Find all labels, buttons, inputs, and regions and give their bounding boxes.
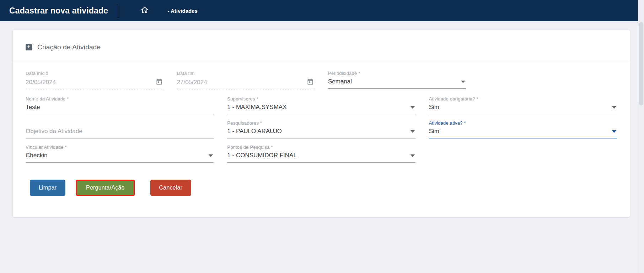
top-bar: Cadastrar nova atividade - Atividades bbox=[0, 0, 644, 21]
card-title: Criação de Atividade bbox=[37, 43, 101, 51]
field-atividade-ativa[interactable]: Atividade ativa? * Sim bbox=[429, 120, 617, 138]
field-pontos-pesquisa[interactable]: Pontos de Pesquisa * 1 - CONSUMIDOR FINA… bbox=[227, 144, 415, 163]
breadcrumb[interactable]: - Atividades bbox=[167, 8, 197, 14]
periodicidade-value: Semanal bbox=[328, 78, 352, 85]
calendar-icon[interactable] bbox=[156, 78, 163, 87]
vincular-label: Vincular Atividade * bbox=[26, 144, 214, 150]
data-fim-label: Data fim bbox=[177, 71, 315, 76]
chevron-down-icon bbox=[612, 106, 616, 109]
card-header: + Criação de Atividade bbox=[13, 30, 630, 62]
chevron-down-icon bbox=[612, 130, 616, 133]
spacer bbox=[429, 144, 617, 163]
ativa-value: Sim bbox=[429, 128, 439, 135]
data-inicio-label: Data início bbox=[26, 71, 163, 76]
nome-value: Teste bbox=[26, 104, 40, 111]
pontos-value: 1 - CONSUMIDOR FINAL bbox=[227, 152, 297, 159]
page-title: Cadastrar nova atividade bbox=[0, 6, 108, 16]
activity-form-card: + Criação de Atividade Data início 20/05… bbox=[13, 30, 630, 217]
field-vincular-atividade[interactable]: Vincular Atividade * Checkin bbox=[26, 144, 214, 163]
nome-label: Nome da Atividade * bbox=[26, 96, 214, 102]
form-actions: Limpar Pergunta/Ação Cancelar bbox=[13, 163, 630, 217]
field-data-inicio[interactable]: Data início 20/05/2024 bbox=[26, 71, 163, 90]
spacer bbox=[479, 71, 617, 90]
chevron-down-icon bbox=[209, 154, 213, 157]
chevron-down-icon bbox=[410, 154, 415, 157]
vincular-value: Checkin bbox=[26, 152, 47, 159]
limpar-button[interactable]: Limpar bbox=[30, 180, 65, 196]
field-supervisores[interactable]: Supervisores * 1 - MAXIMA.SYSMAX bbox=[227, 96, 415, 114]
field-pesquisadores[interactable]: Pesquisadores * 1 - PAULO ARAUJO bbox=[227, 120, 415, 138]
chevron-down-icon bbox=[410, 130, 415, 133]
activity-form: Data início 20/05/2024 Data fim 27/05/20… bbox=[13, 62, 630, 163]
supervisores-label: Supervisores * bbox=[227, 96, 415, 102]
periodicidade-label: Periodicidade * bbox=[328, 71, 466, 76]
vertical-scrollbar[interactable] bbox=[638, 0, 644, 273]
calendar-icon[interactable] bbox=[307, 78, 314, 87]
chevron-down-icon bbox=[461, 81, 465, 83]
objetivo-label bbox=[26, 120, 214, 126]
home-icon bbox=[140, 6, 149, 16]
field-nome-atividade[interactable]: Nome da Atividade * Teste bbox=[26, 96, 214, 114]
obrigatoria-value: Sim bbox=[429, 104, 439, 111]
data-fim-value: 27/05/2024 bbox=[177, 79, 207, 86]
pesquisadores-label: Pesquisadores * bbox=[227, 120, 415, 126]
field-periodicidade[interactable]: Periodicidade * Semanal bbox=[328, 71, 466, 90]
pergunta-acao-button[interactable]: Pergunta/Ação bbox=[76, 180, 134, 196]
field-atividade-obrigatoria[interactable]: Atividade obrigatória? * Sim bbox=[429, 96, 617, 114]
plus-square-icon: + bbox=[26, 44, 32, 50]
scrollbar-thumb[interactable] bbox=[639, 22, 643, 105]
field-data-fim[interactable]: Data fim 27/05/2024 bbox=[177, 71, 315, 90]
supervisores-value: 1 - MAXIMA.SYSMAX bbox=[227, 104, 286, 111]
cancelar-button[interactable]: Cancelar bbox=[150, 180, 192, 196]
obrigatoria-label: Atividade obrigatória? * bbox=[429, 96, 617, 102]
ativa-label: Atividade ativa? * bbox=[429, 120, 617, 126]
pontos-label: Pontos de Pesquisa * bbox=[227, 144, 415, 150]
objetivo-input[interactable] bbox=[26, 128, 214, 135]
home-button[interactable] bbox=[140, 6, 149, 16]
data-inicio-value: 20/05/2024 bbox=[26, 79, 56, 86]
header-divider bbox=[119, 4, 119, 17]
chevron-down-icon bbox=[410, 106, 415, 109]
pesquisadores-value: 1 - PAULO ARAUJO bbox=[227, 128, 282, 135]
field-objetivo[interactable] bbox=[26, 120, 214, 138]
